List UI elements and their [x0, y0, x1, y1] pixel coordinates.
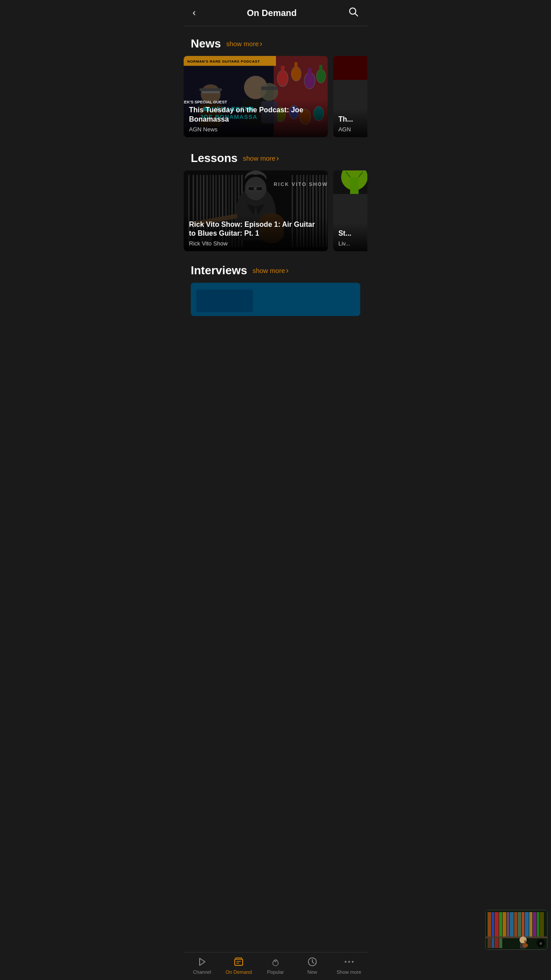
news-carousel: NORMAN'S RARE GUITARS PODCAST THIS WEEK'…	[184, 56, 367, 137]
lessons-show-more[interactable]: show more	[243, 154, 279, 163]
svg-rect-82	[197, 289, 253, 312]
news-card-2-info: Th... AGN	[333, 109, 367, 137]
lessons-title: Lessons	[191, 151, 238, 165]
news-card-2[interactable]: N Th... AGN	[333, 56, 367, 137]
news-card-2-title: Th...	[338, 115, 367, 124]
svg-rect-112	[235, 959, 243, 965]
nav-popular[interactable]: Popular	[262, 956, 289, 975]
news-card-2-channel: AGN	[338, 126, 367, 133]
svg-point-118	[348, 961, 350, 963]
bottom-nav: Channel On Demand Popular	[184, 952, 367, 980]
back-button[interactable]: ‹	[193, 7, 196, 19]
news-title: News	[191, 37, 221, 51]
lessons-card-1-channel: Rick Vito Show	[189, 240, 323, 247]
page-title: On Demand	[247, 8, 297, 18]
nav-new[interactable]: New	[299, 956, 326, 975]
news-card-1-title: This Tuesday on the Podcast: Joe Bonamas…	[189, 106, 323, 124]
svg-marker-111	[200, 958, 205, 965]
news-show-more[interactable]: show more	[226, 39, 262, 48]
svg-rect-113	[236, 958, 242, 959]
svg-point-117	[345, 961, 346, 963]
svg-rect-9	[308, 68, 311, 77]
lessons-section-header: Lessons show more	[184, 151, 367, 165]
svg-point-119	[352, 961, 354, 963]
on-demand-icon	[233, 956, 244, 968]
nav-on-demand[interactable]: On Demand	[225, 956, 252, 975]
lessons-carousel: RICK VITO SHOW Rick Vito Show: Episode 1…	[184, 170, 367, 252]
lessons-card-2-title: St...	[338, 229, 367, 238]
interviews-show-more[interactable]: show more	[252, 266, 288, 275]
lessons-card-2-info: St... Liv...	[333, 223, 367, 251]
interviews-section-header: Interviews show more	[184, 264, 367, 277]
svg-rect-24	[261, 87, 278, 90]
nav-popular-label: Popular	[267, 969, 284, 975]
svg-text:RICK VITO SHOW: RICK VITO SHOW	[274, 182, 328, 187]
interviews-section: Interviews show more	[184, 264, 367, 316]
svg-rect-77	[350, 177, 358, 194]
lessons-card-1-info: Rick Vito Show: Episode 1: Air Guitar to…	[184, 214, 328, 252]
svg-rect-5	[281, 66, 284, 75]
nav-show-more-label: Show more	[337, 969, 362, 975]
svg-rect-30	[333, 56, 367, 80]
search-button[interactable]	[348, 6, 358, 20]
show-more-icon	[343, 956, 355, 968]
svg-point-22	[260, 83, 278, 101]
svg-text:NORMAN'S RARE GUITARS PODCAST: NORMAN'S RARE GUITARS PODCAST	[187, 59, 260, 63]
nav-on-demand-label: On Demand	[226, 969, 252, 975]
news-card-1[interactable]: NORMAN'S RARE GUITARS PODCAST THIS WEEK'…	[184, 56, 328, 137]
svg-rect-11	[319, 65, 322, 72]
lessons-card-1[interactable]: RICK VITO SHOW Rick Vito Show: Episode 1…	[184, 170, 328, 252]
lessons-section: Lessons show more	[184, 151, 367, 252]
svg-rect-7	[295, 62, 298, 70]
svg-rect-18	[200, 88, 222, 91]
channel-icon	[196, 956, 208, 968]
nav-show-more[interactable]: Show more	[336, 956, 362, 975]
svg-line-1	[355, 14, 358, 16]
nav-new-label: New	[307, 969, 317, 975]
lessons-card-1-title: Rick Vito Show: Episode 1: Air Guitar to…	[189, 220, 323, 239]
svg-rect-65	[256, 186, 262, 190]
new-icon	[307, 956, 318, 968]
news-section: News show more	[184, 37, 367, 137]
popular-icon	[270, 956, 281, 968]
interviews-title: Interviews	[191, 264, 247, 277]
nav-channel[interactable]: Channel	[189, 956, 215, 975]
lessons-card-2[interactable]: St... Liv...	[333, 170, 367, 252]
header: ‹ On Demand	[184, 0, 367, 26]
news-card-1-channel: AGN News	[189, 126, 323, 133]
news-card-1-info: This Tuesday on the Podcast: Joe Bonamas…	[184, 99, 328, 137]
news-section-header: News show more	[184, 37, 367, 51]
interviews-card-partial[interactable]	[191, 283, 360, 316]
nav-channel-label: Channel	[193, 969, 211, 975]
lessons-card-2-channel: Liv...	[338, 240, 367, 247]
svg-rect-64	[248, 186, 254, 190]
